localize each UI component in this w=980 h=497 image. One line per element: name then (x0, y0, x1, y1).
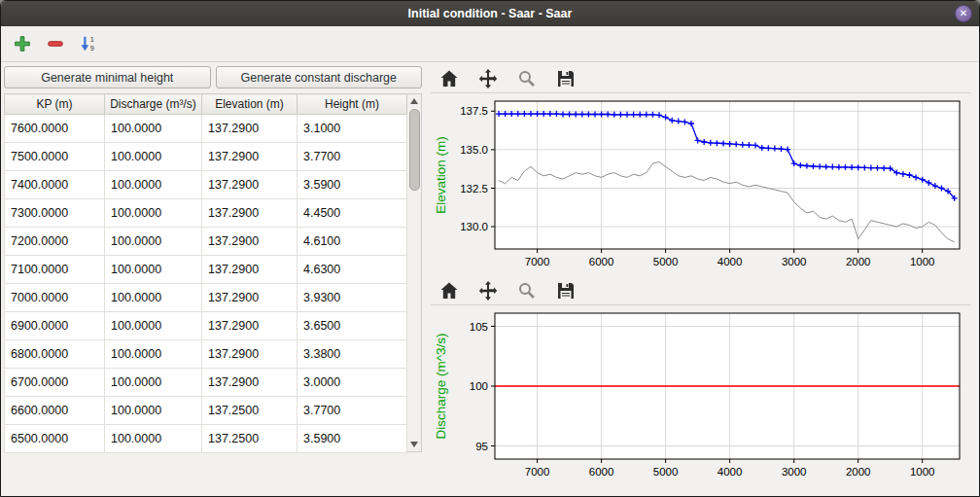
table-cell[interactable]: 137.2900 (202, 256, 298, 284)
table-vertical-scrollbar[interactable] (407, 93, 422, 452)
table-cell[interactable]: 100.0000 (105, 115, 202, 143)
table-cell[interactable]: 100.0000 (105, 340, 202, 369)
svg-text:1: 1 (90, 35, 94, 44)
table-cell[interactable]: 137.2900 (202, 312, 298, 340)
generate-constant-discharge-button[interactable]: Generate constant discharge (216, 66, 423, 89)
table-row[interactable]: 6800.0000100.0000137.29003.3800 (5, 340, 407, 369)
table-cell[interactable]: 137.2900 (202, 340, 298, 369)
save-button[interactable] (553, 67, 578, 90)
table-cell[interactable]: 137.2500 (202, 425, 298, 453)
pan-button[interactable] (475, 279, 501, 302)
table-row[interactable]: 7500.0000100.0000137.29003.7700 (5, 143, 407, 171)
table-cell[interactable]: 7100.0000 (5, 256, 105, 284)
table-cell[interactable]: 3.1000 (298, 115, 407, 143)
column-header[interactable]: Height (m) (298, 94, 407, 115)
table-cell[interactable]: 100.0000 (105, 284, 202, 312)
table-cell[interactable]: 7200.0000 (5, 228, 105, 256)
svg-text:1000: 1000 (910, 466, 935, 478)
column-header[interactable]: Elevation (m) (202, 94, 298, 115)
titlebar[interactable]: Initial condition - Saar - Saar ✕ (1, 1, 979, 26)
table-cell[interactable]: 7000.0000 (5, 284, 105, 312)
table-cell[interactable]: 3.7700 (298, 397, 407, 425)
table-cell[interactable]: 6900.0000 (5, 312, 105, 340)
table-cell[interactable]: 4.6300 (298, 256, 407, 284)
table-cell[interactable]: 137.2900 (202, 199, 298, 228)
table-cell[interactable]: 3.5900 (298, 425, 407, 453)
table-row[interactable]: 7300.0000100.0000137.29004.4500 (5, 199, 407, 228)
svg-text:3000: 3000 (782, 466, 807, 478)
table-cell[interactable]: 3.6500 (298, 312, 407, 340)
table-cell[interactable]: 100.0000 (105, 171, 202, 199)
generate-minimal-height-button[interactable]: Generate minimal height (4, 66, 211, 89)
table-cell[interactable]: 100.0000 (105, 312, 202, 340)
remove-row-icon (46, 34, 65, 53)
elevation-chart[interactable]: 7000600050004000300020001000130.0132.513… (431, 95, 967, 272)
scroll-up-button[interactable] (408, 94, 421, 108)
table-cell[interactable]: 6500.0000 (5, 425, 105, 453)
table-cell[interactable]: 6600.0000 (5, 397, 105, 425)
table-row[interactable]: 7100.0000100.0000137.29004.6300 (5, 256, 407, 284)
table-cell[interactable]: 7500.0000 (5, 143, 105, 171)
save-button[interactable] (553, 279, 578, 302)
table-cell[interactable]: 137.2900 (202, 284, 298, 312)
main-content: Generate minimal height Generate constan… (1, 62, 979, 496)
table-cell[interactable]: 100.0000 (105, 256, 202, 284)
table-cell[interactable]: 7600.0000 (5, 115, 105, 143)
svg-text:5000: 5000 (653, 466, 679, 478)
home-button[interactable] (437, 67, 462, 90)
table-row[interactable]: 6700.0000100.0000137.29003.0000 (5, 369, 407, 397)
table-cell[interactable]: 100.0000 (105, 143, 202, 171)
table-cell[interactable]: 7300.0000 (5, 199, 105, 228)
table-cell[interactable]: 137.2500 (202, 397, 298, 425)
table-cell[interactable]: 137.2900 (202, 115, 298, 143)
zoom-button[interactable] (514, 67, 540, 90)
zoom-button[interactable] (514, 279, 540, 302)
table-row[interactable]: 6600.0000100.0000137.25003.7700 (5, 397, 407, 425)
add-row-icon (13, 34, 32, 53)
column-header[interactable]: KP (m) (5, 94, 105, 115)
remove-row-button[interactable] (42, 30, 69, 57)
table-cell[interactable]: 6700.0000 (5, 369, 105, 397)
table-row[interactable]: 6900.0000100.0000137.29003.6500 (5, 312, 407, 340)
scroll-down-button[interactable] (408, 438, 421, 451)
table-cell[interactable]: 137.2900 (202, 143, 298, 171)
column-header[interactable]: Discharge (m³/s) (105, 94, 202, 115)
table-cell[interactable]: 6800.0000 (5, 340, 105, 369)
table-cell[interactable]: 4.6100 (298, 228, 407, 256)
table-row[interactable]: 6500.0000100.0000137.25003.5900 (5, 425, 407, 453)
add-row-button[interactable] (9, 30, 36, 57)
table-row[interactable]: 7400.0000100.0000137.29003.5900 (5, 171, 407, 199)
table-cell[interactable]: 100.0000 (105, 425, 202, 453)
table-cell[interactable]: 4.4500 (298, 199, 407, 228)
svg-text:135.0: 135.0 (460, 144, 488, 156)
home-button[interactable] (437, 279, 462, 302)
discharge-chart[interactable]: 700060005000400030002000100095100105Disc… (431, 307, 967, 482)
table-cell[interactable]: 3.7700 (298, 143, 407, 171)
table-cell[interactable]: 100.0000 (105, 199, 202, 228)
table-cell[interactable]: 100.0000 (105, 369, 202, 397)
table-row[interactable]: 7600.0000100.0000137.29003.1000 (5, 115, 407, 143)
sort-rows-button[interactable]: 1 9 (75, 30, 102, 57)
table-cell[interactable]: 7400.0000 (5, 171, 105, 199)
table-cell[interactable]: 3.9300 (298, 284, 407, 312)
svg-text:6000: 6000 (589, 466, 614, 478)
table-row[interactable]: 7200.0000100.0000137.29004.6100 (5, 228, 407, 256)
generator-buttons: Generate minimal height Generate constan… (4, 66, 422, 89)
table-cell[interactable]: 3.0000 (298, 369, 407, 397)
scrollbar-track[interactable] (408, 108, 421, 438)
pan-button[interactable] (475, 67, 501, 90)
table-cell[interactable]: 137.2900 (202, 369, 298, 397)
table-cell[interactable]: 100.0000 (105, 397, 202, 425)
table-cell[interactable]: 3.3800 (298, 340, 407, 369)
table-cell[interactable]: 137.2900 (202, 171, 298, 199)
table-cell[interactable]: 100.0000 (105, 228, 202, 256)
table-cell[interactable]: 137.2900 (202, 228, 298, 256)
svg-text:Discharge (m^3/s): Discharge (m^3/s) (434, 333, 448, 439)
svg-text:130.0: 130.0 (460, 221, 488, 232)
app-toolbar: 1 9 (1, 26, 979, 62)
close-button[interactable]: ✕ (955, 5, 972, 22)
scrollbar-thumb[interactable] (409, 109, 420, 191)
table-cell[interactable]: 3.5900 (298, 171, 407, 199)
discharge-chart-toolbar (431, 276, 971, 305)
table-row[interactable]: 7000.0000100.0000137.29003.9300 (5, 284, 407, 312)
